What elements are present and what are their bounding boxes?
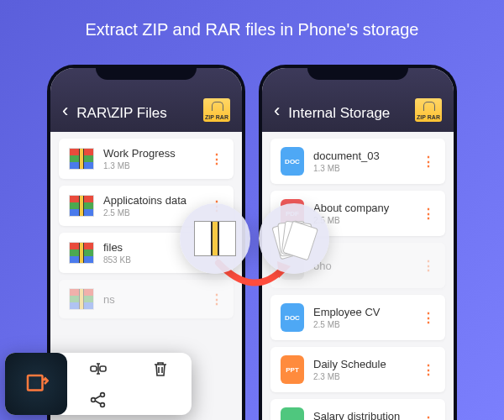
svg-rect-2 bbox=[100, 366, 106, 371]
share-button[interactable] bbox=[67, 384, 129, 415]
back-icon[interactable]: ‹ bbox=[62, 100, 68, 122]
list-item[interactable]: PPT Daily Schedule2.3 MB ⋮ bbox=[270, 347, 445, 392]
target-bubble bbox=[259, 203, 329, 274]
action-menu bbox=[5, 353, 192, 415]
file-name: Salary distribution bbox=[313, 410, 412, 420]
more-icon[interactable]: ⋮ bbox=[422, 258, 435, 274]
appbar-title: Internal Storage bbox=[288, 105, 407, 122]
more-icon[interactable]: ⋮ bbox=[422, 414, 435, 421]
appbar-title: RAR\ZIP Files bbox=[76, 105, 195, 122]
documents-fan-icon bbox=[273, 218, 315, 260]
file-size: 2.5 MB bbox=[103, 208, 201, 218]
rar-icon bbox=[69, 288, 94, 310]
rename-button[interactable] bbox=[67, 353, 129, 384]
svg-rect-1 bbox=[91, 366, 97, 371]
rar-icon bbox=[69, 242, 94, 264]
file-size: 1.3 MB bbox=[103, 161, 201, 171]
rar-icon bbox=[69, 148, 94, 170]
list-item[interactable]: Work Progress1.3 MB ⋮ bbox=[59, 139, 234, 179]
file-name: oho bbox=[313, 260, 412, 272]
menu-empty-cell bbox=[129, 384, 192, 415]
ziprar-badge-icon[interactable]: ZIP RAR bbox=[415, 98, 442, 122]
appbar-left: ‹ RAR\ZIP Files ZIP RAR bbox=[50, 68, 242, 132]
file-size: 2.5 MB bbox=[313, 320, 412, 329]
svg-rect-0 bbox=[28, 375, 43, 391]
file-size: 1.3 MB bbox=[313, 164, 412, 173]
file-name: Work Progress bbox=[103, 147, 201, 160]
ppt-icon: PPT bbox=[281, 355, 304, 384]
file-name: About company bbox=[313, 202, 412, 214]
source-bubble bbox=[180, 203, 250, 274]
ziprar-badge-icon[interactable]: ZIP RAR bbox=[203, 98, 230, 122]
list-item[interactable]: DOC document_031.3 MB ⋮ bbox=[270, 139, 445, 184]
list-item[interactable]: XLS Salary distribution2.5 MB ⋮ bbox=[270, 399, 445, 420]
rar-icon bbox=[69, 195, 94, 217]
file-name: Daily Schedule bbox=[313, 358, 412, 370]
more-icon[interactable]: ⋮ bbox=[210, 151, 223, 167]
more-icon[interactable]: ⋮ bbox=[422, 310, 435, 326]
file-name: ns bbox=[103, 293, 201, 306]
file-size: 2.5 MB bbox=[313, 216, 412, 225]
doc-icon: DOC bbox=[281, 147, 304, 176]
page-headline: Extract ZIP and RAR files in Phone's sto… bbox=[0, 0, 504, 39]
extract-button[interactable] bbox=[5, 353, 67, 415]
file-name: Applicatoins data bbox=[103, 194, 201, 207]
file-size: 2.3 MB bbox=[313, 372, 412, 381]
more-icon[interactable]: ⋮ bbox=[422, 362, 435, 378]
xls-icon: XLS bbox=[281, 407, 304, 420]
delete-button[interactable] bbox=[129, 353, 192, 384]
appbar-right: ‹ Internal Storage ZIP RAR bbox=[262, 68, 454, 132]
rar-icon bbox=[194, 221, 236, 256]
list-item[interactable]: DOC Employee CV2.5 MB ⋮ bbox=[270, 295, 445, 340]
doc-icon: DOC bbox=[281, 303, 304, 332]
more-icon[interactable]: ⋮ bbox=[422, 154, 435, 170]
list-item[interactable]: ns ⋮ bbox=[59, 280, 234, 318]
more-icon[interactable]: ⋮ bbox=[422, 206, 435, 222]
file-name: Employee CV bbox=[313, 306, 412, 318]
file-name: document_03 bbox=[313, 150, 412, 162]
back-icon[interactable]: ‹ bbox=[274, 100, 280, 122]
